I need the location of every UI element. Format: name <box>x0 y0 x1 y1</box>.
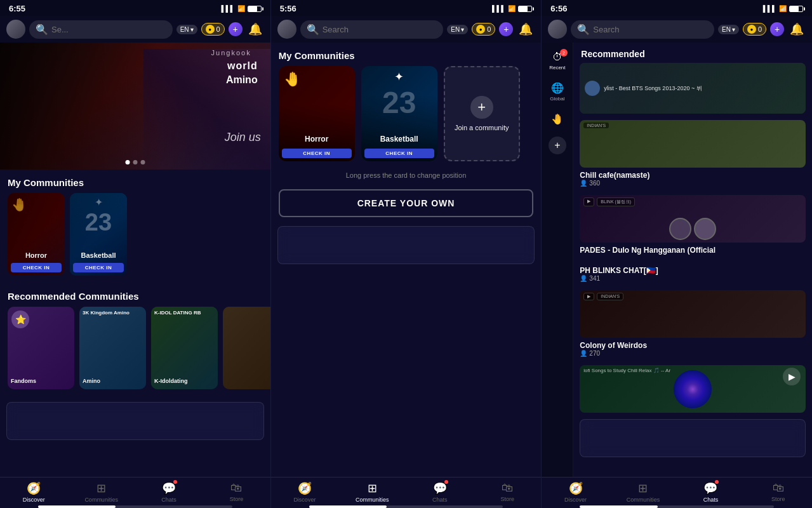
left-nav-add[interactable]: + <box>545 133 570 158</box>
ph-blinks-name: PH BLINKS CHAT[🇵🇭] <box>580 266 806 275</box>
notification-button-1[interactable]: 🔔 <box>246 20 264 38</box>
left-nav-recent[interactable]: 2 ⏱ Recent <box>545 48 570 74</box>
left-nav-hand[interactable]: 🤚 <box>545 109 570 129</box>
search-icon-1: 🔍 <box>36 23 48 36</box>
chats-badge-3 <box>715 480 719 484</box>
basketball-title-1: Basketball <box>70 251 127 259</box>
nav-discover-1[interactable]: 🧭 Discover <box>0 481 67 503</box>
search-bar-3[interactable]: 🔍 <box>571 20 714 39</box>
horror-checkin-2[interactable]: CHECK IN <box>282 149 352 158</box>
signal-icon-2: ▌▌▌ <box>492 5 505 12</box>
join-text-2: Join a community <box>449 124 514 131</box>
nav-communities-3[interactable]: ⊞ Communities <box>609 481 677 503</box>
recent-badge: 2 <box>560 49 568 57</box>
rec-row-1: ⭐ Fandoms 3K Kingdom Amino Amino K-IDOL … <box>0 307 270 397</box>
search-input-2[interactable] <box>323 25 437 34</box>
basketball-checkin-1[interactable]: CHECK IN <box>73 263 124 272</box>
add-button-1[interactable]: + <box>229 22 243 36</box>
list-item-colony[interactable]: ▶ INDIAN'S Colony of Weirdos 👤 270 <box>573 290 812 359</box>
add-button-3[interactable]: + <box>770 22 784 36</box>
battery-icon-2 <box>518 6 532 12</box>
nav-store-3[interactable]: 🛍 Store <box>745 481 812 503</box>
chats-badge-2 <box>444 480 448 484</box>
rec-card-fandoms[interactable]: ⭐ Fandoms <box>8 307 74 389</box>
search-bar-2[interactable]: 🔍 <box>300 20 444 39</box>
list-item-lofi[interactable]: ▶ lofi Songs to Study Chill Relax 🎵 -- A… <box>573 365 812 413</box>
lang-badge-1[interactable]: EN ▾ <box>176 25 197 34</box>
hero-dot-3[interactable] <box>140 160 145 164</box>
avatar-2[interactable] <box>277 20 296 39</box>
panel3-right-content: Recommended ylist - Best BTS Songs 2013-… <box>573 43 812 477</box>
chill-cafe-members: 👤 360 <box>580 180 806 187</box>
lang-badge-2[interactable]: EN ▾ <box>447 25 468 34</box>
avatar-1[interactable] <box>6 20 25 39</box>
join-community-card-2[interactable]: + Join a community <box>444 66 520 161</box>
ph-blinks-info: PH BLINKS CHAT[🇵🇭] 👤 341 <box>573 263 812 284</box>
lang-badge-3[interactable]: EN ▾ <box>718 25 739 34</box>
search-input-1[interactable] <box>51 25 166 34</box>
search-icon-3: 🔍 <box>577 23 590 36</box>
nav-communities-2[interactable]: ⊞ Communities <box>338 481 406 503</box>
panel-3: 6:56 ▌▌▌ 📶 🔍 EN ▾ ● 0 + 🔔 2 ⏱ <box>542 0 812 508</box>
search-input-3[interactable] <box>593 25 708 34</box>
rec-card-amino[interactable]: 3K Kingdom Amino Amino <box>79 307 146 389</box>
store-label-1: Store <box>230 496 244 502</box>
panel-1: 6:55 ▌▌▌ 📶 🔍 EN ▾ ● 0 + 🔔 Jungk <box>0 0 271 508</box>
create-own-button-2[interactable]: CREATE YOUR OWN <box>279 189 534 217</box>
community-card-basketball-1[interactable]: ✦ 23 Basketball CHECK IN <box>70 193 127 276</box>
avatar-3[interactable] <box>548 20 567 39</box>
status-icons-1: ▌▌▌ 📶 <box>221 5 261 12</box>
hero-dot-2[interactable] <box>133 160 137 164</box>
coin-count-2: 0 <box>487 25 491 33</box>
nav-communities-1[interactable]: ⊞ Communities <box>67 481 135 503</box>
rec-card-extra[interactable] <box>223 307 270 389</box>
recent-label: Recent <box>549 65 565 70</box>
nav-chats-3[interactable]: 💬 Chats <box>677 481 744 503</box>
time-1: 6:55 <box>9 4 25 13</box>
basketball-checkin-2[interactable]: CHECK IN <box>364 149 434 158</box>
nav-discover-3[interactable]: 🧭 Discover <box>542 481 609 503</box>
list-item-ph-blinks[interactable]: PH BLINKS CHAT[🇵🇭] 👤 341 <box>573 263 812 284</box>
list-item-chill-cafe[interactable]: INDIAN'S Chill cafe(namaste) 👤 360 <box>573 120 812 189</box>
notification-button-2[interactable]: 🔔 <box>517 20 535 38</box>
large-card-basketball-2[interactable]: ✦ 23 Basketball CHECK IN <box>361 66 437 161</box>
bts-banner-overlay: ylist - Best BTS Songs 2013-2020 ~ 뷔 <box>580 63 806 114</box>
search-bar-1[interactable]: 🔍 <box>29 20 173 39</box>
community-card-horror-1[interactable]: 🤚 Horror CHECK IN <box>8 193 65 276</box>
hero-text-amino: Amino <box>226 74 258 86</box>
join-plus-icon-2: + <box>470 96 493 119</box>
bottom-nav-3: 🧭 Discover ⊞ Communities 💬 Chats 🛍 Store <box>542 477 812 505</box>
large-card-horror-2[interactable]: 🤚 Horror CHECK IN <box>279 66 355 161</box>
left-nav-global[interactable]: 🌐 Global <box>545 78 570 105</box>
nav-chats-1[interactable]: 💬 Chats <box>135 481 203 503</box>
nav-store-2[interactable]: 🛍 Store <box>474 481 541 503</box>
store-label-3: Store <box>771 496 785 502</box>
nav-chats-2[interactable]: 💬 Chats <box>406 481 474 503</box>
extra-bg <box>223 307 270 389</box>
discover-label-3: Discover <box>564 497 587 503</box>
lofi-banner: ▶ lofi Songs to Study Chill Relax 🎵 -- A… <box>580 365 806 413</box>
chats-icon-wrap-1: 💬 <box>162 481 176 495</box>
nav-store-1[interactable]: 🛍 Store <box>203 481 270 503</box>
store-label-2: Store <box>500 496 514 502</box>
fandoms-icon: ⭐ <box>11 311 29 328</box>
chats-label-1: Chats <box>161 497 176 503</box>
lofi-play-btn[interactable]: ▶ <box>783 368 801 385</box>
horror-title-1: Horror <box>8 251 65 259</box>
add-button-2[interactable]: + <box>499 22 513 36</box>
bottom-indicator-1 <box>38 505 232 508</box>
horror-checkin-1[interactable]: CHECK IN <box>11 263 62 272</box>
hero-dot-1[interactable] <box>125 160 130 164</box>
colony-overlay: ▶ INDIAN'S <box>580 290 806 338</box>
list-item-bts-playlist[interactable]: ylist - Best BTS Songs 2013-2020 ~ 뷔 <box>573 63 812 114</box>
chats-badge-1 <box>173 480 177 484</box>
hero-text-name: Jungkook <box>211 49 251 57</box>
notification-button-3[interactable]: 🔔 <box>788 20 806 38</box>
coin-count-3: 0 <box>758 25 762 33</box>
list-item-pades[interactable]: ▶ BLINK (블링크) PADES - Dulo Ng Hangganan … <box>573 195 812 257</box>
chill-cafe-overlay: INDIAN'S <box>580 120 806 168</box>
nav-discover-2[interactable]: 🧭 Discover <box>271 481 338 503</box>
rec-card-kidol[interactable]: K-IDOL DATING RB K-Idoldating <box>151 307 218 389</box>
pades-name: PADES - Dulo Ng Hangganan (Official <box>580 246 806 255</box>
status-bar-1: 6:55 ▌▌▌ 📶 <box>0 0 270 16</box>
